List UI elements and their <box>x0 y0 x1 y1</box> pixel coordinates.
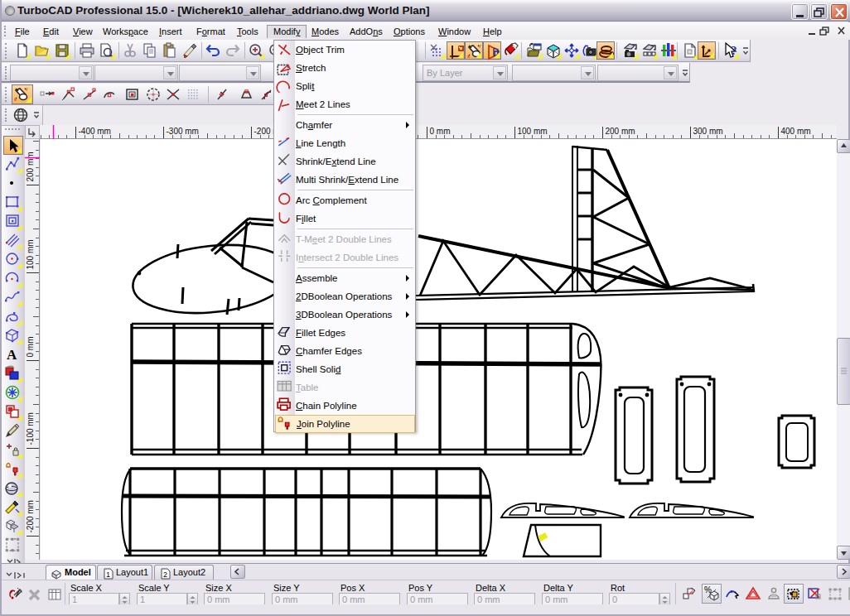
svg-text:0 mm: 0 mm <box>26 337 35 358</box>
svg-text:300 mm: 300 mm <box>693 127 723 136</box>
svg-text:1: 1 <box>106 570 110 579</box>
svg-text:Y: Y <box>25 87 28 92</box>
svg-text:-400 mm: -400 mm <box>79 127 111 136</box>
svg-text:-300 mm: -300 mm <box>167 127 199 136</box>
svg-text:Y: Y <box>478 44 481 49</box>
svg-text:x: x <box>14 97 17 102</box>
svg-text:A: A <box>7 347 17 363</box>
svg-text:200 mm: 200 mm <box>26 152 35 181</box>
svg-text:100 mm: 100 mm <box>26 239 35 269</box>
svg-text:400 mm: 400 mm <box>781 127 811 136</box>
svg-text:2: 2 <box>163 570 167 579</box>
svg-text:0 mm: 0 mm <box>430 127 451 136</box>
svg-text:-100 mm: -100 mm <box>26 412 35 445</box>
svg-text:100 mm: 100 mm <box>518 127 548 136</box>
svg-text:-200 mm: -200 mm <box>26 500 35 532</box>
svg-text:200 mm: 200 mm <box>606 127 635 136</box>
svg-text:x: x <box>467 54 470 59</box>
